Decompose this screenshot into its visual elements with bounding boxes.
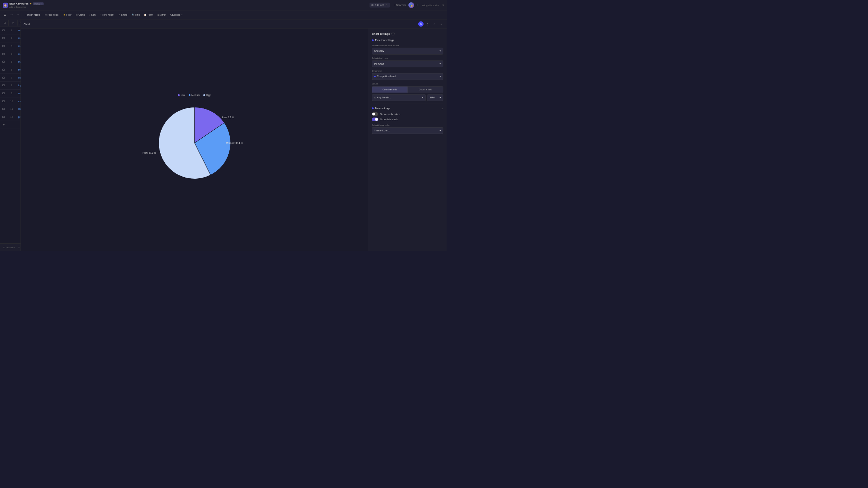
redo-button[interactable]: ↪ — [15, 13, 21, 17]
settings-title-text: Chart settings — [372, 32, 390, 35]
insert-record-button[interactable]: + Insert record — [23, 13, 42, 17]
add-widget-button[interactable]: + — [416, 3, 418, 7]
dimension-label: Dimension — [372, 70, 443, 72]
star-icon[interactable]: ★ — [30, 2, 32, 5]
row-check[interactable]: ☐ — [0, 29, 7, 32]
chart-expand-icon[interactable]: ⤢ — [432, 21, 437, 26]
count-records-button[interactable]: Count records — [372, 87, 408, 93]
row-num: 7 — [7, 76, 16, 79]
close-widget-button[interactable]: × — [442, 3, 444, 7]
chart-settings-icon[interactable]: ⚙ — [418, 21, 424, 26]
form-button[interactable]: 📋 Form — [142, 13, 155, 17]
more-settings-section[interactable]: More settings ▲ — [372, 107, 443, 109]
advanced-button[interactable]: Advanced ▾ — [168, 13, 184, 17]
share-button[interactable]: ↗ Share — [117, 13, 129, 17]
row-check[interactable]: ☐ — [0, 92, 7, 95]
more-section-dot — [372, 107, 374, 109]
legend-medium-dot — [189, 94, 190, 96]
chart-type-select[interactable]: Pie Chart ▾ — [372, 60, 443, 67]
chart-close-icon[interactable]: × — [439, 21, 444, 26]
legend-high-label: High — [206, 94, 211, 97]
app-bar-right: 🎭 + Widget board ▾ × — [408, 2, 444, 8]
agg-select[interactable]: SUM ▾ — [427, 94, 443, 101]
row-num: 8 — [7, 84, 16, 87]
share-icon: ↗ — [118, 14, 120, 16]
app-bar-left: 🏠 SEO Keywords ★ Manager Add a descripti… — [3, 2, 369, 8]
mirror-icon: ⧗ — [157, 14, 159, 16]
row-num: 12 — [7, 116, 16, 119]
show-empty-toggle[interactable] — [372, 112, 378, 116]
row-check[interactable]: ☐ — [0, 68, 7, 71]
insert-icon: + — [25, 14, 27, 16]
sort-button[interactable]: ↕ Sort — [88, 13, 97, 17]
chart-legend: Low Medium High — [178, 94, 211, 97]
data-source-value: Grid view — [374, 50, 384, 52]
row-check[interactable]: ☐ — [0, 108, 7, 111]
row-check[interactable]: ☐ — [0, 52, 7, 55]
row-check[interactable]: ☐ — [0, 45, 7, 48]
chart-title: Chart — [24, 23, 30, 25]
show-empty-label: Show empty values — [380, 113, 400, 115]
advanced-label: Advanced — [170, 14, 180, 16]
row-height-icon: ⇔ — [100, 14, 101, 16]
group-button[interactable]: ⊟ Group — [74, 13, 87, 17]
widget-board-button[interactable]: Widget board ▾ — [422, 4, 439, 7]
row-num: 2 — [7, 37, 16, 40]
show-labels-toggle[interactable] — [372, 117, 378, 121]
find-button[interactable]: 🔍 Find — [130, 13, 142, 17]
group-label: Group — [79, 14, 85, 16]
theme-color-select[interactable]: Theme Color 1 ▾ — [372, 127, 443, 134]
filter-label: Filter — [66, 14, 72, 16]
legend-high: High — [203, 94, 211, 97]
nav-icon: ☰ — [4, 14, 6, 16]
row-height-button[interactable]: ⇔ Row height — [98, 13, 116, 17]
app-subtitle[interactable]: Add a description — [9, 6, 44, 8]
record-count[interactable]: 12 records ▾ — [3, 246, 15, 249]
app-title: SEO Keywords — [9, 2, 28, 5]
function-settings-section[interactable]: Function settings — [372, 39, 443, 42]
sort-icon: ↕ — [89, 14, 90, 16]
legend-low: Low — [178, 94, 185, 97]
chart-more-icon[interactable]: ⋮ — [425, 21, 430, 26]
new-view-button[interactable]: + New view — [392, 3, 408, 8]
col-header-num: # — [9, 20, 18, 25]
nav-back-button[interactable]: ☰ — [2, 13, 8, 17]
row-check[interactable]: ☐ — [0, 76, 7, 79]
hide-fields-button[interactable]: ◫ Hide fields — [43, 13, 60, 17]
row-num: 9 — [7, 92, 16, 95]
row-check[interactable]: ☐ — [0, 60, 7, 63]
main-layout: ☐ # Key... ☐ 1 real es... ☐ 2 realtor...… — [0, 19, 447, 251]
advanced-chevron-icon: ▾ — [181, 14, 182, 16]
info-icon[interactable]: i — [391, 32, 394, 35]
filter-button[interactable]: ⚡ Filter — [61, 13, 73, 17]
data-source-select[interactable]: Grid view ▾ — [372, 48, 443, 55]
pie-chart-svg — [152, 100, 237, 186]
avg-monthly-select[interactable]: ⊞ Avg. Monthl... ▾ — [372, 94, 426, 101]
undo-button[interactable]: ↩ — [9, 13, 14, 17]
count-field-button[interactable]: Count a field — [408, 87, 443, 93]
row-check[interactable]: ☐ — [0, 116, 7, 119]
hide-fields-label: Hide fields — [48, 14, 58, 16]
row-check[interactable]: ☐ — [0, 37, 7, 40]
chart-area: Low Medium High — [21, 29, 368, 251]
legend-low-dot — [178, 94, 180, 96]
show-labels-toggle-thumb — [375, 118, 378, 121]
group-icon: ⊟ — [76, 14, 77, 16]
pie-chart-container: Low: 9.3 % Medium: 33.4 % High: 57.3 % — [152, 100, 237, 186]
form-label: Form — [148, 14, 153, 16]
grid-view-tab[interactable]: ⊞ Grid view ⋮ — [369, 3, 390, 8]
row-check[interactable]: ☐ — [0, 84, 7, 87]
row-num: 6 — [7, 68, 16, 71]
pie-label-high: High: 57.3 % — [142, 152, 156, 154]
col-header-check: ☐ — [1, 20, 9, 25]
row-check[interactable]: ☐ — [0, 100, 7, 103]
dimension-select[interactable]: Competition Level ▾ — [372, 73, 443, 80]
settings-panel: Chart settings i Function settings Selec… — [368, 29, 447, 251]
find-icon: 🔍 — [132, 14, 134, 16]
chart-modal-header: Chart ⚙ ⋮ ⤢ × — [21, 19, 447, 29]
form-icon: 📋 — [144, 14, 147, 16]
agg-value: SUM — [429, 96, 435, 99]
show-labels-toggle-row: Show data labels — [372, 117, 443, 121]
low-label-text: Low: 9.3 % — [222, 116, 234, 119]
mirror-button[interactable]: ⧗ Mirror — [156, 13, 167, 17]
